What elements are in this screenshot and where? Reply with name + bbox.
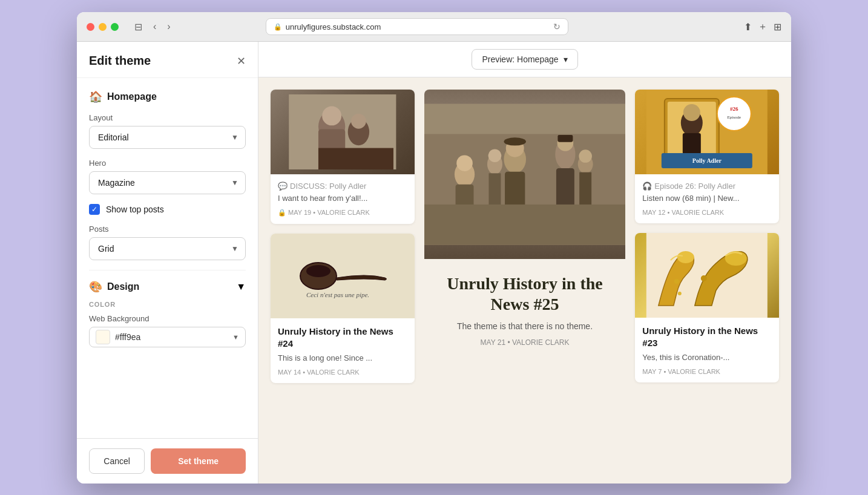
color-section-title: COLOR bbox=[89, 301, 246, 308]
headphone-icon: 🎧 bbox=[642, 182, 652, 191]
post-type-discuss: 💬 DISCUSS: Polly Adler bbox=[278, 182, 407, 191]
lock-icon: 🔒 bbox=[274, 23, 282, 31]
sidebar-toggle-button[interactable]: ⊟ bbox=[131, 20, 146, 34]
share-button[interactable]: ⬆ bbox=[744, 21, 752, 33]
discuss-icon: 💬 bbox=[278, 182, 288, 191]
new-tab-button[interactable]: ＋ bbox=[758, 21, 768, 33]
post-excerpt-episode: Listen now (68 min) | New... bbox=[642, 193, 772, 204]
web-background-color-input[interactable]: #fff9ea ▼ bbox=[89, 327, 246, 347]
post-image-polly-svg bbox=[275, 94, 410, 169]
post-card-news-24[interactable]: Ceci n'est pas une pipe. Unruly History … bbox=[271, 234, 415, 383]
forward-button[interactable]: › bbox=[163, 20, 174, 33]
preview-area: Preview: Homepage ▾ bbox=[258, 42, 791, 484]
post-title-news-23: Unruly History in the News #23 bbox=[642, 325, 772, 349]
panel-header: Edit theme ✕ bbox=[77, 42, 258, 78]
posts-select-wrapper: Grid List Cards ▼ bbox=[89, 237, 246, 260]
design-section-left: 🎨 Design bbox=[89, 280, 139, 293]
svg-text:Ceci n'est pas une pipe.: Ceci n'est pas une pipe. bbox=[306, 291, 369, 298]
post-image-news-23 bbox=[635, 233, 779, 318]
svg-point-44 bbox=[725, 251, 747, 266]
center-card-image bbox=[424, 90, 626, 259]
post-card-body-news-23: Unruly History in the News #23 Yes, this… bbox=[635, 318, 779, 382]
home-icon: 🏠 bbox=[89, 90, 102, 103]
preview-label: Preview: Homepage bbox=[482, 54, 558, 64]
post-image-pipe: Ceci n'est pas une pipe. bbox=[271, 234, 415, 318]
divider-1 bbox=[89, 270, 246, 270]
svg-point-43 bbox=[677, 251, 694, 263]
svg-point-19 bbox=[504, 137, 526, 145]
close-panel-button[interactable]: ✕ bbox=[237, 54, 246, 68]
panel-footer: Cancel Set theme bbox=[77, 438, 258, 484]
post-excerpt-news-24: This is a long one! Since ... bbox=[278, 353, 407, 364]
post-title-news-24: Unruly History in the News #24 bbox=[278, 326, 407, 349]
maximize-traffic-light[interactable] bbox=[111, 23, 119, 31]
preview-header: Preview: Homepage ▾ bbox=[258, 42, 791, 77]
preview-dropdown-button[interactable]: Preview: Homepage ▾ bbox=[472, 49, 577, 70]
svg-rect-36 bbox=[683, 133, 701, 154]
post-card-discuss-polly[interactable]: 💬 DISCUSS: Polly Adler I want to hear fr… bbox=[271, 90, 415, 224]
right-column: #26 Episode Polly Adler 🎧 Episode 26: Po… bbox=[635, 90, 779, 383]
center-card-body: Unruly History in the News #25 The theme… bbox=[424, 259, 626, 361]
layout-select[interactable]: Editorial Newsletter Magazine Grid bbox=[89, 126, 246, 149]
post-meta-discuss: 🔒 MAY 19 • VALORIE CLARK bbox=[278, 209, 407, 217]
svg-text:Polly Adler: Polly Adler bbox=[692, 157, 722, 164]
panel-body: 🏠 Homepage Layout Editorial Newsletter M… bbox=[77, 78, 258, 438]
back-button[interactable]: ‹ bbox=[150, 20, 160, 33]
color-swatch bbox=[96, 330, 110, 344]
post-excerpt-news-23: Yes, this is Coronation-... bbox=[642, 352, 772, 363]
center-card-title: Unruly History in the News #25 bbox=[436, 274, 614, 314]
svg-point-47 bbox=[678, 292, 682, 295]
svg-point-2 bbox=[322, 106, 341, 125]
close-traffic-light[interactable] bbox=[87, 23, 94, 31]
post-card-news-23[interactable]: Unruly History in the News #23 Yes, this… bbox=[635, 233, 779, 382]
palette-icon: 🎨 bbox=[89, 280, 102, 293]
show-top-posts-row: ✓ Show top posts bbox=[89, 204, 246, 215]
svg-point-46 bbox=[701, 275, 707, 281]
svg-point-5 bbox=[351, 114, 366, 129]
browser-window: ⊟ ‹ › 🔒 unrulyfigures.substack.com ↻ ⬆ ＋… bbox=[77, 12, 791, 484]
hero-select-wrapper: Magazine None Classic Split ▼ bbox=[89, 171, 246, 194]
browser-chrome: ⊟ ‹ › 🔒 unrulyfigures.substack.com ↻ ⬆ ＋… bbox=[77, 12, 791, 42]
left-column: 💬 DISCUSS: Polly Adler I want to hear fr… bbox=[271, 90, 415, 383]
posts-label: Posts bbox=[89, 225, 246, 234]
layout-select-wrapper: Editorial Newsletter Magazine Grid ▼ bbox=[89, 126, 246, 149]
posts-select[interactable]: Grid List Cards bbox=[89, 237, 246, 260]
svg-point-45 bbox=[674, 279, 679, 284]
color-dropdown-arrow[interactable]: ▼ bbox=[232, 333, 239, 341]
set-theme-button[interactable]: Set theme bbox=[151, 448, 246, 474]
svg-text:Episode: Episode bbox=[728, 115, 741, 120]
show-top-posts-label: Show top posts bbox=[106, 205, 164, 214]
post-card-body-episode-26: 🎧 Episode 26: Polly Adler Listen now (68… bbox=[635, 174, 779, 223]
color-value-input[interactable]: #fff9ea bbox=[115, 332, 228, 342]
browser-toolbar: ⬆ ＋ ⊞ bbox=[744, 21, 781, 33]
minimize-traffic-light[interactable] bbox=[99, 23, 107, 31]
app-content: Edit theme ✕ 🏠 Homepage Layout Editorial… bbox=[77, 42, 791, 484]
homepage-section-title: Homepage bbox=[107, 91, 157, 102]
center-card-meta: MAY 21 • VALORIE CLARK bbox=[436, 338, 614, 347]
center-card-crowd[interactable]: Unruly History in the News #25 The theme… bbox=[424, 90, 626, 361]
tab-overview-button[interactable]: ⊞ bbox=[774, 21, 781, 33]
polly-card-svg: #26 Episode Polly Adler bbox=[635, 90, 779, 174]
post-card-episode-26[interactable]: #26 Episode Polly Adler 🎧 Episode 26: Po… bbox=[635, 90, 779, 223]
post-meta-news-23: MAY 7 • VALORIE CLARK bbox=[642, 368, 772, 375]
post-meta-news-24: MAY 14 • VALORIE CLARK bbox=[278, 369, 407, 376]
design-chevron-icon: ▼ bbox=[236, 281, 246, 292]
svg-rect-30 bbox=[424, 205, 626, 245]
address-bar[interactable]: 🔒 unrulyfigures.substack.com ↻ bbox=[266, 18, 568, 35]
traffic-lights bbox=[87, 23, 119, 31]
layout-label: Layout bbox=[89, 113, 246, 122]
design-section-header[interactable]: 🎨 Design ▼ bbox=[89, 280, 246, 293]
hero-label: Hero bbox=[89, 159, 246, 168]
post-card-body-news-24: Unruly History in the News #24 This is a… bbox=[271, 318, 415, 383]
hero-select[interactable]: Magazine None Classic Split bbox=[89, 171, 246, 194]
svg-point-9 bbox=[306, 265, 330, 277]
svg-text:#26: #26 bbox=[730, 106, 738, 112]
preview-chevron-icon: ▾ bbox=[564, 54, 568, 64]
svg-point-35 bbox=[683, 104, 700, 121]
svg-rect-23 bbox=[557, 135, 573, 142]
show-top-posts-checkbox[interactable]: ✓ bbox=[89, 204, 100, 215]
lock-meta-icon: 🔒 bbox=[278, 209, 286, 216]
reload-button[interactable]: ↻ bbox=[553, 22, 561, 31]
cancel-button[interactable]: Cancel bbox=[89, 448, 145, 474]
checkmark-icon: ✓ bbox=[91, 205, 97, 214]
